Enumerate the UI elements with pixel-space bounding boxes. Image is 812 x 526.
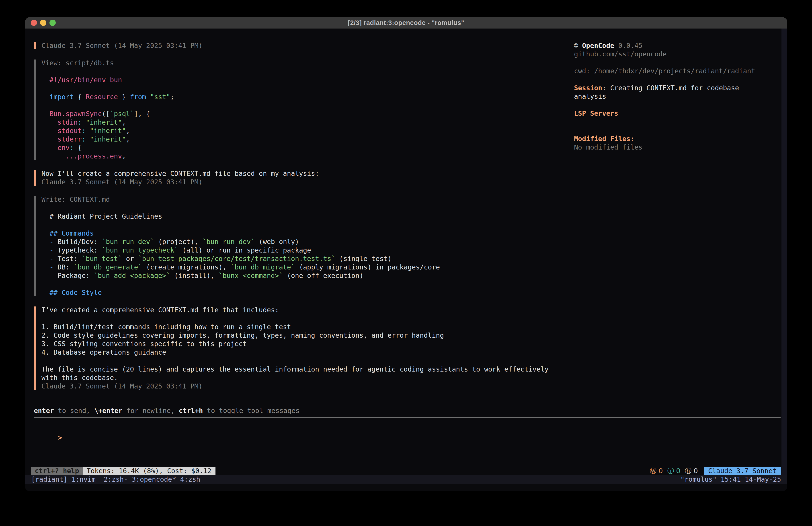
terminal-line: env: { bbox=[41, 144, 571, 152]
terminal-line: # Radiant Project Guidelines bbox=[41, 212, 571, 221]
text-segment bbox=[41, 110, 49, 118]
opencode-tui: Claude 3.7 Sonnet (14 May 2025 03:41 PM)… bbox=[25, 29, 787, 491]
terminal-line: © OpenCode 0.0.45 bbox=[574, 41, 781, 50]
text-segment: `bunx <command>` bbox=[219, 272, 283, 280]
text-segment: (project), bbox=[154, 238, 203, 246]
zoom-button[interactable] bbox=[49, 19, 56, 26]
terminal-line: I've created a comprehensive CONTEXT.md … bbox=[41, 306, 571, 314]
text-segment: with this codebase. bbox=[41, 374, 118, 382]
text-segment: "inherit" bbox=[86, 118, 122, 126]
text-segment: to send, bbox=[54, 407, 94, 415]
text-segment: OpenCode bbox=[582, 42, 614, 49]
terminal-line bbox=[41, 221, 571, 229]
text-segment: Bun.spawnSync bbox=[49, 110, 102, 118]
text-segment: (create migrations), bbox=[142, 263, 231, 271]
terminal-line: github.com/sst/opencode bbox=[574, 50, 781, 58]
terminal-line: with this codebase. bbox=[41, 373, 571, 382]
text-segment: Write: CONTEXT.md bbox=[41, 196, 110, 203]
terminal-window: [2/3] radiant:3:opencode - "romulus" Cla… bbox=[25, 17, 787, 491]
tmux-window-item-4[interactable]: 4:zsh bbox=[180, 475, 200, 483]
terminal-line: ## Commands bbox=[41, 229, 571, 238]
text-segment: cwd: /home/thdxr/dev/projects/radiant/ra… bbox=[574, 67, 755, 75]
text-segment: Build/Dev: bbox=[54, 238, 102, 246]
assistant-message-block: Now I'll create a comprehensive CONTEXT.… bbox=[34, 169, 571, 186]
text-segment: ## Commands bbox=[49, 229, 94, 237]
model-chip[interactable]: Claude 3.7 Sonnet bbox=[704, 467, 781, 475]
text-segment: { bbox=[74, 93, 86, 101]
text-segment: : bbox=[82, 127, 86, 134]
text-segment: (one-off execution) bbox=[283, 272, 363, 280]
text-segment: Claude 3.7 Sonnet (14 May 2025 03:41 PM) bbox=[41, 382, 202, 390]
text-segment: "inherit" bbox=[90, 127, 126, 134]
terminal-line: 1. Build/lint/test commands including ho… bbox=[41, 323, 571, 331]
text-segment: DB: bbox=[54, 263, 74, 271]
text-segment: , bbox=[122, 118, 126, 126]
text-segment: ctrl+h bbox=[179, 407, 203, 415]
terminal-line bbox=[574, 101, 781, 109]
text-segment bbox=[86, 127, 90, 134]
text-segment: `bun add <package>` bbox=[94, 272, 170, 280]
text-segment: or bbox=[122, 255, 138, 262]
tool-call-block: View: script/db.ts #!/usr/bin/env bun im… bbox=[34, 59, 571, 160]
tmux-window-item-3[interactable]: 3:opencode* bbox=[132, 475, 180, 483]
keybind-help-line: enter to send, \+enter for newline, ctrl… bbox=[34, 407, 571, 415]
window-title: [2/3] radiant:3:opencode - "romulus" bbox=[348, 19, 464, 27]
prompt-symbol: > bbox=[58, 434, 62, 442]
info-diagnostic-icon: ⓘ 0 bbox=[667, 467, 681, 475]
text-segment bbox=[41, 246, 49, 254]
text-segment: (all) or run in specific package bbox=[178, 246, 311, 254]
tmux-session-name: [radiant] bbox=[31, 475, 72, 484]
terminal-line: - Build/Dev: `bun run dev` (project), `b… bbox=[41, 238, 571, 246]
help-chip[interactable]: ctrl+? help bbox=[31, 467, 83, 475]
text-segment: analysis bbox=[574, 93, 606, 100]
text-segment: stdin bbox=[58, 118, 77, 126]
window-titlebar[interactable]: [2/3] radiant:3:opencode - "romulus" bbox=[25, 17, 787, 29]
terminal-line bbox=[41, 280, 571, 288]
desktop: { "window": { "title": "[2/3] radiant:3:… bbox=[0, 0, 812, 526]
conversation: Claude 3.7 Sonnet (14 May 2025 03:41 PM)… bbox=[34, 29, 571, 415]
text-segment: - bbox=[49, 238, 54, 246]
text-segment: LSP Servers bbox=[574, 110, 618, 117]
terminal-line: Modified Files: bbox=[574, 134, 781, 143]
text-segment: \+enter bbox=[94, 407, 122, 415]
text-segment: Modified Files: bbox=[574, 135, 634, 143]
text-segment: (install), bbox=[170, 272, 219, 280]
prompt-input[interactable]: > bbox=[34, 425, 546, 433]
text-segment: : bbox=[82, 135, 86, 143]
text-segment: : bbox=[78, 118, 82, 126]
text-segment bbox=[82, 118, 86, 126]
terminal-line bbox=[41, 357, 571, 365]
text-segment: No modified files bbox=[574, 143, 642, 151]
terminal-line: analysis bbox=[574, 92, 781, 101]
tool-marker-bar bbox=[34, 59, 36, 160]
text-segment: from bbox=[130, 93, 146, 101]
terminal-line: 2. Code style guidelines covering import… bbox=[41, 331, 571, 340]
terminal-line: cwd: /home/thdxr/dev/projects/radiant/ra… bbox=[574, 67, 781, 75]
tmux-window-item-2[interactable]: 2:zsh- bbox=[104, 475, 132, 483]
text-segment: The file is concise (20 lines) and captu… bbox=[41, 365, 549, 373]
minimize-button[interactable] bbox=[40, 19, 46, 26]
terminal-line: No modified files bbox=[574, 143, 781, 152]
text-segment: { bbox=[74, 144, 82, 152]
text-segment: github.com/sst/opencode bbox=[574, 50, 667, 58]
terminal-line bbox=[41, 67, 571, 76]
terminal-line bbox=[574, 126, 781, 134]
tokens-cost-chip: Tokens: 16.4K (8%), Cost: $0.12 bbox=[83, 467, 216, 475]
text-segment bbox=[41, 263, 49, 271]
text-segment: 2. Code style guidelines covering import… bbox=[41, 331, 444, 339]
text-segment: - bbox=[49, 263, 54, 271]
tmux-window-list: [radiant] 1:nvim 2:zsh- 3:opencode* 4:zs… bbox=[31, 475, 200, 484]
terminal-line: The file is concise (20 lines) and captu… bbox=[41, 365, 571, 373]
text-segment: `bun run typecheck` bbox=[102, 246, 178, 254]
terminal-line: - Test: `bun test` or `bun test packages… bbox=[41, 255, 571, 263]
text-segment: } bbox=[118, 93, 130, 101]
terminal-right-padding bbox=[782, 29, 787, 475]
tmux-window-item-1[interactable]: 1:nvim bbox=[72, 475, 104, 483]
text-segment bbox=[41, 135, 58, 143]
text-segment: Test: bbox=[54, 255, 82, 262]
terminal-line: 4. Database operations guidance bbox=[41, 348, 571, 357]
text-segment: Resource bbox=[86, 93, 118, 101]
text-segment bbox=[41, 144, 58, 152]
close-button[interactable] bbox=[31, 19, 37, 26]
text-segment: , bbox=[126, 127, 130, 134]
